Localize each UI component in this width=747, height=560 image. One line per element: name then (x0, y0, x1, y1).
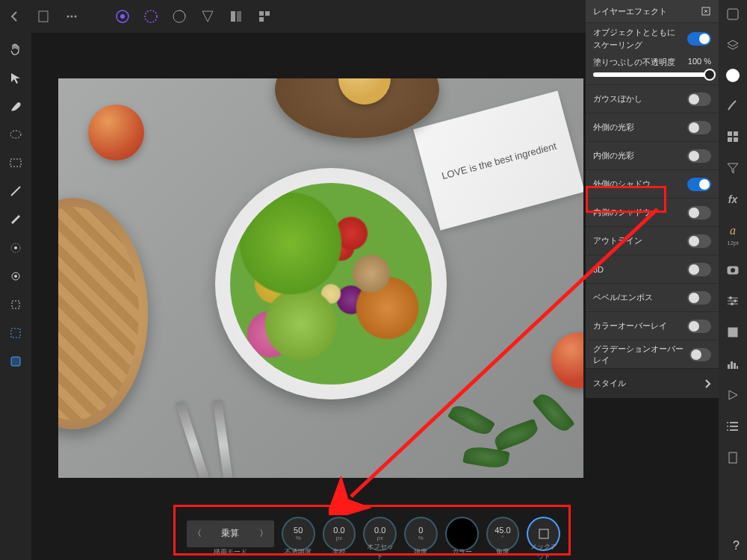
effect-toggle[interactable] (689, 348, 711, 361)
style-row[interactable]: スタイル (586, 368, 719, 398)
document-icon[interactable] (34, 7, 52, 25)
effect-row[interactable]: アウトライン (586, 226, 719, 255)
marquee-tool-icon[interactable] (7, 324, 25, 342)
effect-row[interactable]: ベベル/エンボス (586, 283, 719, 311)
fill-opacity-value[interactable]: 100 % (688, 57, 711, 68)
svg-rect-41 (737, 366, 738, 369)
studio-brush-icon[interactable] (725, 97, 741, 113)
effect-toggle[interactable] (687, 121, 711, 134)
canvas[interactable]: LOVE is the best ingredient (58, 78, 583, 478)
effect-label: グラデーションオーバーレイ (593, 343, 689, 366)
decor-main-plate (215, 168, 447, 399)
photo-content: LOVE is the best ingredient (58, 78, 583, 478)
effect-toggle[interactable] (687, 291, 711, 305)
scale-with-object-row[interactable]: オブジェクトとともに スケーリング (586, 22, 719, 54)
persona-liquify-icon[interactable] (142, 7, 160, 25)
effect-row[interactable]: 外側のシャドウ (586, 169, 719, 198)
pin-icon[interactable] (701, 6, 711, 16)
effect-row[interactable]: グラデーションオーバーレイ (586, 340, 719, 368)
sparkle-tool-icon[interactable] (7, 239, 25, 257)
svg-rect-39 (731, 361, 733, 369)
studio-layers-icon[interactable] (725, 37, 741, 54)
blend-mode-value: 乗算 (221, 527, 239, 540)
persona-develop-icon[interactable] (170, 7, 188, 25)
effect-toggle[interactable] (687, 149, 711, 163)
svg-point-19 (14, 275, 17, 278)
studio-sliders-icon[interactable] (725, 293, 741, 309)
svg-point-6 (145, 10, 157, 22)
dial-value: 0.0 (374, 526, 385, 535)
studio-list-icon[interactable] (725, 418, 741, 435)
effect-toggle[interactable] (687, 263, 711, 276)
effect-toggle[interactable] (687, 93, 711, 106)
effect-row[interactable]: 内側のシャドウ (586, 198, 719, 226)
studio-page-icon[interactable] (725, 449, 741, 466)
selection-ellipse-icon[interactable] (7, 125, 25, 143)
persona-export-icon[interactable] (227, 7, 245, 25)
studio-histogram-icon[interactable] (725, 355, 741, 372)
move-tool-icon[interactable] (7, 69, 25, 87)
svg-rect-21 (11, 329, 20, 337)
dial-label: ノックアウト (527, 542, 560, 560)
effect-label: カラーオーバーレイ (593, 320, 667, 332)
persona-extra-icon[interactable] (255, 7, 273, 25)
effect-row[interactable]: カラーオーバーレイ (586, 311, 719, 340)
studio-swatch-icon[interactable] (725, 6, 741, 22)
svg-rect-11 (265, 11, 270, 16)
scale-label-line2: スケーリング (593, 40, 642, 51)
back-icon[interactable] (6, 7, 24, 25)
hand-tool-icon[interactable] (7, 40, 25, 58)
studio-color-icon[interactable] (726, 69, 740, 82)
selection-rect-icon[interactable] (7, 154, 25, 172)
dial-label: カラー (445, 547, 479, 557)
paint-tool-icon[interactable] (7, 211, 25, 228)
decor-apple (88, 105, 144, 161)
brush-tool-icon[interactable] (7, 97, 25, 115)
studio-play-icon[interactable] (725, 387, 741, 403)
svg-point-13 (10, 131, 21, 138)
studio-fx-icon[interactable]: fx (725, 191, 741, 208)
studio-funnel-icon[interactable] (725, 160, 741, 176)
chevron-right-icon: 〉 (259, 527, 268, 540)
studio-camera-icon[interactable] (725, 261, 741, 278)
scale-toggle[interactable] (687, 32, 711, 46)
effect-toggle[interactable] (687, 206, 711, 220)
effect-label: 外側のシャドウ (593, 178, 651, 190)
svg-rect-12 (259, 17, 264, 22)
svg-line-15 (11, 187, 20, 196)
studio-book-icon[interactable] (725, 324, 741, 340)
svg-rect-14 (10, 159, 21, 167)
right-studio-bar: fx a 12pt (719, 0, 747, 560)
dial-label: オフセット (363, 542, 397, 560)
svg-rect-37 (728, 328, 737, 337)
chevron-right-icon (704, 379, 711, 389)
effect-label: アウトライン (593, 235, 642, 246)
svg-rect-38 (728, 364, 730, 369)
svg-rect-25 (728, 131, 732, 136)
studio-grid-icon[interactable] (725, 128, 741, 145)
effect-row[interactable]: 外側の光彩 (586, 113, 719, 141)
chevron-left-icon: 〈 (193, 527, 202, 540)
studio-text-icon[interactable]: a (725, 223, 741, 239)
effect-row[interactable]: 内側の光彩 (586, 141, 719, 169)
effect-toggle[interactable] (687, 178, 711, 191)
persona-tone-icon[interactable] (199, 7, 217, 25)
effect-row[interactable]: ガウスぼかし (586, 84, 719, 113)
more-icon[interactable] (63, 7, 81, 25)
effect-toggle[interactable] (687, 234, 711, 248)
effect-toggle[interactable] (687, 320, 711, 333)
crop-tool-icon[interactable] (7, 296, 25, 314)
fill-opacity-slider[interactable] (593, 72, 711, 77)
persona-photo-icon[interactable] (114, 7, 131, 25)
dial-label: 半径 (322, 547, 356, 557)
dial-unit: % (418, 535, 424, 541)
line-tool-icon[interactable] (7, 182, 25, 200)
help-button[interactable]: ? (733, 539, 740, 553)
layer-effects-panel: レイヤーエフェクト オブジェクトとともに スケーリング 塗りつぶしの不透明度 1… (586, 0, 719, 398)
dial-value: 0.0 (333, 526, 344, 535)
svg-rect-22 (11, 357, 20, 366)
svg-point-5 (120, 14, 125, 19)
effect-row[interactable]: 3D (586, 255, 719, 283)
gear-tool-icon[interactable] (7, 267, 25, 285)
shape-tool-icon[interactable] (7, 352, 25, 370)
